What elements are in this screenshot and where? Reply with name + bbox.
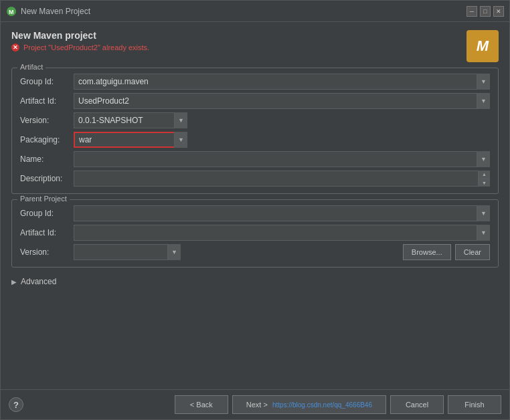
description-spinners: ▲ ▼ [478,171,490,187]
close-button[interactable]: ✕ [493,6,504,17]
artifact-section-title: Artifact [17,63,46,71]
parent-artifact-id-dropdown[interactable]: ▼ [477,225,490,241]
group-id-dropdown[interactable]: ▼ [477,74,490,90]
dialog-content: New Maven project ✕ Project "UsedProduct… [1,22,509,389]
advanced-arrow-icon: ▶ [11,278,17,286]
parent-version-input[interactable] [74,244,181,260]
artifact-id-label: Artifact Id: [20,96,74,106]
parent-version-row: Version: ▼ Browse... Clear [20,244,490,260]
name-input-wrap: ▼ [74,151,490,167]
app-icon: M [6,6,17,17]
description-input[interactable] [74,171,490,187]
window-title: New Maven Project [21,7,466,16]
name-input[interactable] [74,151,490,167]
parent-version-controls: ▼ Browse... Clear [74,244,490,260]
version-dropdown[interactable]: ▼ [174,112,187,128]
parent-version-input-wrap: ▼ [74,244,181,260]
version-input[interactable] [74,112,187,128]
packaging-dropdown[interactable]: ▼ [174,132,187,148]
parent-artifact-id-input-wrap: ▼ [74,225,490,241]
svg-text:M: M [9,9,14,15]
error-message: ✕ Project "UsedProduct2" already exists. [11,43,461,51]
parent-group-id-row: Group Id: ▼ [20,205,490,221]
packaging-controls: ▼ [74,132,187,148]
name-row: Name: ▼ [20,151,490,167]
packaging-input-wrap: ▼ [74,132,187,148]
advanced-row[interactable]: ▶ Advanced [11,273,499,290]
url-text: https://blog.csdn.net/qq_4666B46 [272,401,372,409]
group-id-input[interactable] [74,74,490,90]
cancel-button[interactable]: Cancel [390,395,444,414]
finish-button[interactable]: Finish [448,395,501,414]
parent-version-dropdown[interactable]: ▼ [167,244,181,260]
parent-group-id-input-wrap: ▼ [74,205,490,221]
parent-version-label: Version: [20,247,74,257]
name-dropdown[interactable]: ▼ [477,151,490,167]
artifact-section: Artifact Group Id: ▼ Artifact Id: ▼ Vers… [11,68,499,194]
bottom-bar: ? < Back Next > https://blog.csdn.net/qq… [1,389,509,419]
main-window: M New Maven Project ─ □ ✕ New Maven proj… [0,0,510,420]
spin-up-button[interactable]: ▲ [479,171,490,179]
back-button[interactable]: < Back [175,395,228,414]
description-input-wrap: ▲ ▼ [74,171,490,187]
error-text: Project "UsedProduct2" already exists. [23,43,149,51]
maximize-button[interactable]: □ [480,6,491,17]
parent-section: Parent Project Group Id: ▼ Artifact Id: … [11,199,499,268]
bottom-actions: < Back Next > https://blog.csdn.net/qq_4… [175,395,501,414]
minimize-button[interactable]: ─ [466,6,477,17]
help-button[interactable]: ? [9,397,23,412]
dialog-header: New Maven project ✕ Project "UsedProduct… [11,30,499,62]
maven-logo: M [466,30,499,62]
parent-group-id-label: Group Id: [20,209,74,218]
artifact-id-row: Artifact Id: ▼ [20,93,490,109]
parent-artifact-id-row: Artifact Id: ▼ [20,225,490,241]
parent-artifact-id-label: Artifact Id: [20,228,74,237]
artifact-id-dropdown[interactable]: ▼ [477,93,490,109]
artifact-id-input[interactable] [74,93,490,109]
parent-group-id-dropdown[interactable]: ▼ [477,205,490,221]
version-label: Version: [20,116,74,125]
window-controls: ─ □ ✕ [466,6,504,17]
parent-artifact-id-input[interactable] [74,225,490,241]
error-icon: ✕ [11,43,19,51]
packaging-input[interactable] [74,132,187,148]
parent-section-title: Parent Project [17,195,70,203]
name-label: Name: [20,154,74,164]
clear-button[interactable]: Clear [455,244,490,260]
dialog-title: New Maven project [11,30,461,41]
description-label: Description: [20,174,74,183]
next-button[interactable]: Next > https://blog.csdn.net/qq_4666B46 [232,395,386,414]
version-input-wrap: ▼ [74,112,187,128]
parent-group-id-input[interactable] [74,205,490,221]
group-id-label: Group Id: [20,77,74,86]
advanced-label: Advanced [21,277,56,286]
version-row: Version: ▼ [20,112,490,128]
packaging-label: Packaging: [20,135,74,144]
title-bar: M New Maven Project ─ □ ✕ [1,1,509,22]
spin-down-button[interactable]: ▼ [479,179,490,187]
header-left: New Maven project ✕ Project "UsedProduct… [11,30,461,51]
group-id-input-wrap: ▼ [74,74,490,90]
group-id-row: Group Id: ▼ [20,74,490,90]
version-controls: ▼ [74,112,187,128]
packaging-row: Packaging: ▼ [20,132,490,148]
description-row: Description: ▲ ▼ [20,171,490,187]
artifact-id-input-wrap: ▼ [74,93,490,109]
browse-button[interactable]: Browse... [403,244,451,260]
